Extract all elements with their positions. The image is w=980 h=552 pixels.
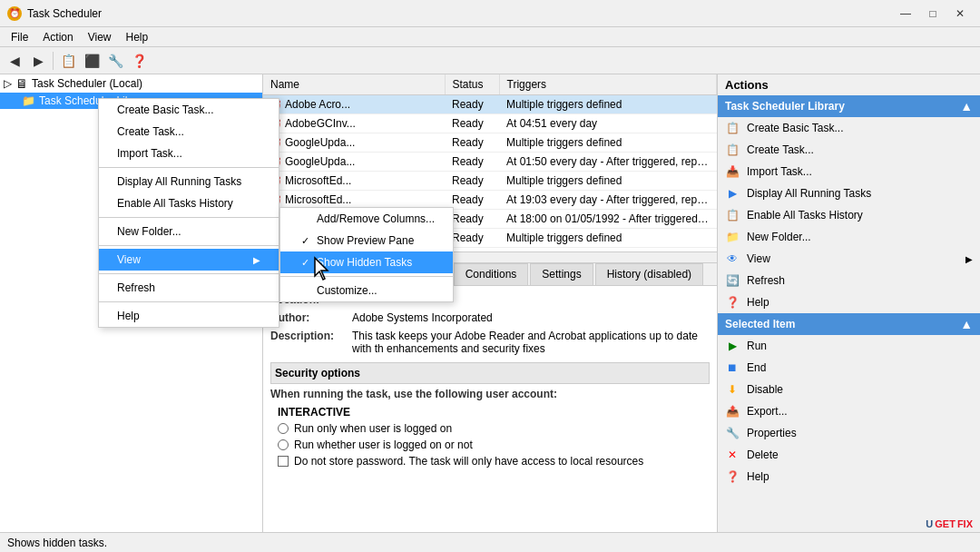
selected-item-title: Selected Item [725, 318, 795, 330]
right-history-icon: 📋 [725, 208, 740, 222]
tab-settings[interactable]: Settings [530, 263, 593, 285]
menu-help[interactable]: Help [119, 29, 156, 45]
minimize-button[interactable]: — [893, 4, 918, 24]
forward-button[interactable]: ▶ [27, 50, 49, 72]
right-delete[interactable]: ✕ Delete [718, 444, 980, 466]
right-create-task[interactable]: 📋 Create Task... [718, 139, 980, 161]
sub-label-1: Add/Remove Columns... [317, 212, 435, 225]
menu-bar: File Action View Help [0, 27, 980, 47]
right-create-basic-label: Create Basic Task... [747, 122, 844, 134]
tab-conditions[interactable]: Conditions [454, 263, 529, 285]
task-trigger: At 18:00 on 01/05/1992 - After triggered… [499, 210, 717, 229]
ctx-view[interactable]: View ▶ [99, 249, 279, 271]
watermark-u: U [926, 518, 933, 529]
table-row[interactable]: ⏰Adobe Acro... Ready Multiple triggers d… [263, 95, 717, 114]
sub-label-3: Show Hidden Tasks [317, 256, 412, 269]
right-display-label: Display All Running Tasks [747, 187, 871, 200]
ctx-refresh[interactable]: Refresh [99, 277, 279, 299]
ctx-import-task[interactable]: Import Task... [99, 143, 279, 164]
right-refresh-icon: 🔄 [725, 273, 740, 288]
task-status: Ready [445, 133, 499, 153]
tab-history[interactable]: History (disabled) [595, 263, 703, 285]
toolbar-btn-clipboard[interactable]: 📋 [57, 50, 79, 72]
ctx-create-task[interactable]: Create Task... [99, 121, 279, 143]
toolbar-btn-task[interactable]: ⬛ [81, 50, 103, 72]
right-import-task[interactable]: 📥 Import Task... [718, 161, 980, 182]
table-row[interactable]: ⏰GoogleUpda... Ready Multiple triggers d… [263, 133, 717, 153]
ctx-view-arrow: ▶ [253, 255, 260, 265]
menu-view[interactable]: View [81, 29, 119, 45]
right-view[interactable]: 👁 View ▶ [718, 248, 980, 270]
maximize-button[interactable]: □ [920, 4, 946, 24]
task-trigger: At 04:51 every day [499, 114, 717, 133]
ctx-create-basic-task[interactable]: Create Basic Task... [99, 99, 279, 121]
tree-root-icon: 🖥 [15, 76, 28, 91]
toolbar-btn-help[interactable]: ❓ [128, 50, 150, 72]
radio-label-1: Run only when user is logged on [294, 422, 452, 435]
right-run[interactable]: ▶ Run [718, 335, 980, 357]
ctx-new-folder[interactable]: New Folder... [99, 221, 279, 242]
security-account: INTERACTIVE [270, 406, 710, 419]
right-create-basic-task[interactable]: 📋 Create Basic Task... [718, 117, 980, 139]
right-end-icon: ⏹ [725, 360, 740, 375]
right-help2[interactable]: ❓ Help [718, 466, 980, 488]
right-run-icon: ▶ [725, 339, 740, 353]
table-row[interactable]: ⏰AdobeGCInv... Ready At 04:51 every day [263, 114, 717, 133]
selected-item-header[interactable]: Selected Item ▲ [718, 313, 980, 335]
security-account-row: When running the task, use the following… [270, 388, 710, 400]
back-button[interactable]: ◀ [4, 50, 25, 72]
ctx-enable-history[interactable]: Enable All Tasks History [99, 192, 279, 214]
right-enable-history[interactable]: 📋 Enable All Tasks History [718, 204, 980, 226]
window-title: Task Scheduler [27, 7, 893, 20]
watermark: U GET FIX [926, 518, 973, 529]
sub-label-4: Customize... [317, 284, 377, 297]
right-create-task-icon: 📋 [725, 143, 740, 157]
detail-author-label: Author: [270, 311, 352, 324]
table-row[interactable]: ⏰GoogleUpda... Ready At 01:50 every day … [263, 153, 717, 172]
menu-action[interactable]: Action [35, 29, 80, 45]
right-help-icon: ❓ [725, 295, 740, 310]
task-name: ⏰GoogleUpda... [263, 153, 445, 172]
right-disable-icon: ⬇ [725, 382, 740, 397]
task-name: ⏰Adobe Acro... [263, 95, 445, 114]
right-export[interactable]: 📤 Export... [718, 400, 980, 422]
status-text: Shows hidden tasks. [7, 537, 107, 549]
sub-hidden-tasks[interactable]: ✓ Show Hidden Tasks [280, 251, 453, 273]
right-disable[interactable]: ⬇ Disable [718, 379, 980, 400]
table-row[interactable]: ⏰MicrosoftEd... Ready Multiple triggers … [263, 172, 717, 191]
right-properties-icon: 🔧 [725, 426, 740, 440]
col-name[interactable]: Name [263, 74, 445, 95]
status-bar: Shows hidden tasks. U GET FIX [0, 532, 980, 552]
scheduler-library-header[interactable]: Task Scheduler Library ▲ [718, 95, 980, 117]
task-status: Ready [445, 95, 499, 114]
task-trigger: Multiple triggers defined [499, 95, 717, 114]
col-triggers[interactable]: Triggers [499, 74, 717, 95]
ctx-help[interactable]: Help [99, 305, 279, 327]
right-help-label: Help [747, 296, 769, 309]
toolbar-btn-settings[interactable]: 🔧 [104, 50, 126, 72]
right-end[interactable]: ⏹ End [718, 357, 980, 379]
right-create-task-label: Create Task... [747, 143, 814, 156]
sub-check-2: ✓ [299, 235, 311, 247]
right-refresh[interactable]: 🔄 Refresh [718, 270, 980, 291]
radio-logged-on[interactable]: Run only when user is logged on [278, 422, 710, 435]
ctx-sep-2 [99, 217, 279, 218]
ctx-display-running[interactable]: Display All Running Tasks [99, 171, 279, 192]
right-new-folder[interactable]: 📁 New Folder... [718, 226, 980, 248]
right-display-running[interactable]: ▶ Display All Running Tasks [718, 182, 980, 204]
right-pane: Actions Task Scheduler Library ▲ 📋 Creat… [717, 74, 980, 552]
checkbox-store-password[interactable]: Do not store password. The task will onl… [278, 455, 710, 468]
radio-whether-logged[interactable]: Run whether user is logged on or not [278, 439, 710, 451]
col-status[interactable]: Status [445, 74, 499, 95]
close-button[interactable]: ✕ [947, 4, 973, 24]
detail-pane: Location: Author: Adobe Systems Incorpor… [263, 285, 717, 539]
sub-add-remove-columns[interactable]: Add/Remove Columns... [280, 208, 453, 230]
sub-customize[interactable]: Customize... [280, 280, 453, 301]
menu-file[interactable]: File [4, 29, 35, 45]
task-status: Ready [445, 172, 499, 191]
right-help[interactable]: ❓ Help [718, 291, 980, 313]
right-properties[interactable]: 🔧 Properties [718, 422, 980, 444]
sub-preview-pane[interactable]: ✓ Show Preview Pane [280, 230, 453, 251]
security-title: Security options [270, 362, 710, 384]
tree-item-root[interactable]: ▷ 🖥 Task Scheduler (Local) [0, 74, 262, 93]
